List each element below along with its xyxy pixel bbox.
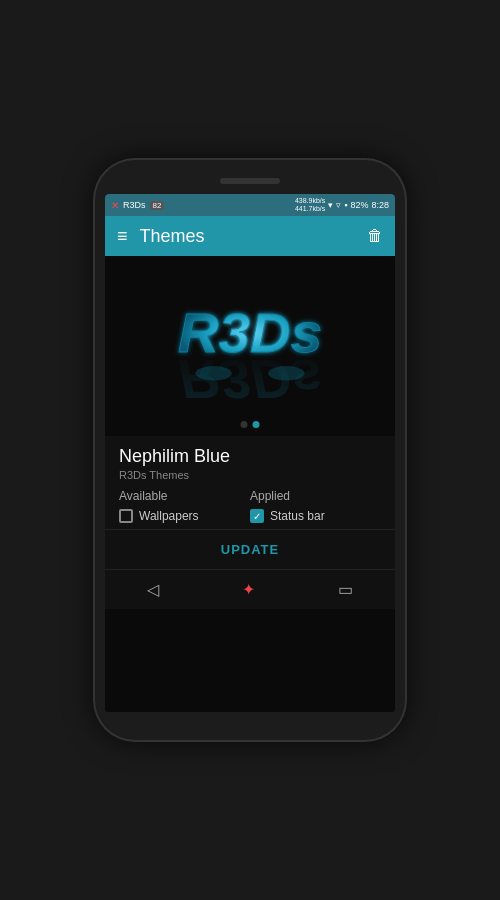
svg-point-2 (195, 366, 231, 381)
svg-point-3 (268, 366, 304, 381)
phone-speaker (220, 178, 280, 184)
nav-bar: ◁ ✦ ▭ (105, 569, 395, 609)
theme-details: Available Wallpapers Applied ✓ Status ba… (119, 489, 381, 523)
delete-icon[interactable]: 🗑 (367, 227, 383, 245)
status-right: 438.9kb/s 441.7kb/s ▾ ▿ ▪ 82% 8:28 (295, 197, 389, 214)
phone-screen: ✕ R3Ds 82 438.9kb/s 441.7kb/s ▾ ▿ ▪ 82% … (105, 194, 395, 712)
status-bar-checkbox[interactable]: ✓ (250, 509, 264, 523)
status-bar-item: ✓ Status bar (250, 509, 381, 523)
update-button[interactable]: UPDATE (105, 529, 395, 569)
theme-image-area: R3Ds R3Ds (105, 256, 395, 436)
status-badge: 82 (150, 201, 165, 210)
carousel-dots (241, 421, 260, 428)
theme-author: R3Ds Themes (119, 469, 381, 481)
back-button[interactable]: ◁ (141, 574, 165, 605)
wallpapers-item: Wallpapers (119, 509, 250, 523)
theme-name: Nephilim Blue (119, 446, 381, 467)
status-bar: ✕ R3Ds 82 438.9kb/s 441.7kb/s ▾ ▿ ▪ 82% … (105, 194, 395, 216)
available-col: Available Wallpapers (119, 489, 250, 523)
speed-text: 438.9kb/s 441.7kb/s (295, 197, 325, 214)
wallpapers-label: Wallpapers (139, 509, 199, 523)
applied-label: Applied (250, 489, 381, 503)
main-content: R3Ds R3Ds Nephilim Blue R3Ds Themes (105, 256, 395, 712)
status-bar-label: Status bar (270, 509, 325, 523)
available-label: Available (119, 489, 250, 503)
time-display: 8:28 (371, 200, 389, 210)
status-app-name: R3Ds (123, 200, 146, 210)
home-button[interactable]: ✦ (236, 574, 261, 605)
app-bar-title: Themes (140, 226, 367, 247)
battery-percent: 82% (350, 200, 368, 210)
x-icon: ✕ (111, 200, 119, 211)
recents-button[interactable]: ▭ (332, 574, 359, 605)
wallpapers-checkbox[interactable] (119, 509, 133, 523)
battery-icon: ▪ (344, 200, 347, 210)
r3ds-logo-svg: R3Ds R3Ds (150, 286, 350, 406)
carousel-dot-1 (241, 421, 248, 428)
hamburger-menu-icon[interactable]: ≡ (117, 226, 128, 247)
wifi-icon: ▿ (336, 200, 341, 210)
signal-icon: ▾ (328, 200, 333, 210)
phone-frame: ✕ R3Ds 82 438.9kb/s 441.7kb/s ▾ ▿ ▪ 82% … (95, 160, 405, 740)
carousel-dot-2 (253, 421, 260, 428)
theme-info: Nephilim Blue R3Ds Themes Available Wall… (105, 436, 395, 529)
status-left: ✕ R3Ds 82 (111, 200, 164, 211)
applied-col: Applied ✓ Status bar (250, 489, 381, 523)
app-bar: ≡ Themes 🗑 (105, 216, 395, 256)
